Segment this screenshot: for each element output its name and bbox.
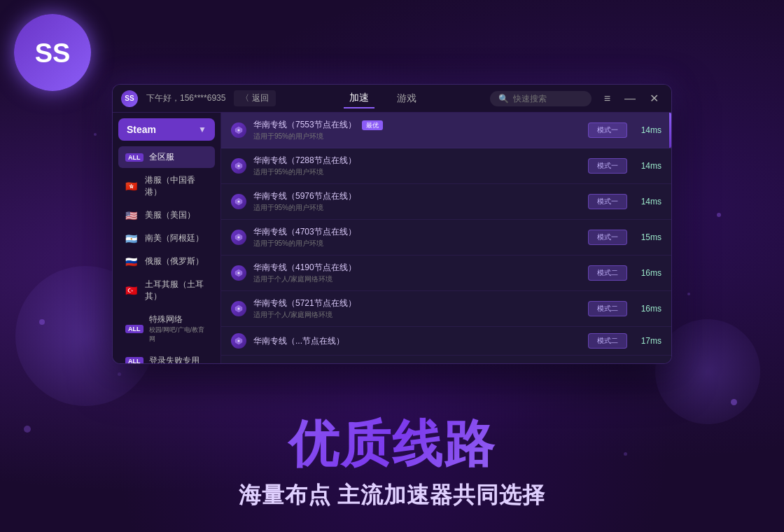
server-desc: 适用于95%的用户环境 [253,132,588,141]
sidebar-item-label-us: 美服（美国） [145,209,195,221]
server-desc: 适用于个人/家庭网络环境 [253,310,588,320]
server-item[interactable]: 华南专线（4190节点在线） 适用于个人/家庭网络环境 模式二 16ms [221,255,671,291]
nav-item-games[interactable]: 游戏 [391,90,422,108]
server-ping: 16ms [637,304,662,314]
server-mode-button[interactable]: 模式一 [588,194,627,209]
all-badge: ALL [125,153,144,162]
server-info: 华南专线（...节点在线） [253,335,588,347]
server-desc: 适用于95%的用户环境 [253,167,588,177]
server-svg-icon [234,126,243,134]
server-name: 华南专线（5976节点在线） [253,190,588,202]
server-svg-icon [234,304,243,313]
sidebar-item-ar[interactable]: 🇦🇷 南美（阿根廷） [118,227,215,249]
app-window: SS 下午好，156****6935 〈 返回 加速 游戏 🔍 ≡ — ✕ St… [112,84,672,364]
server-name: 华南专线（7288节点在线） [253,155,588,167]
server-info: 华南专线（5721节点在线） 适用于个人/家庭网络环境 [253,298,588,320]
server-svg-icon [234,233,243,241]
server-item[interactable]: 华南专线（7288节点在线） 适用于95%的用户环境 模式一 14ms [221,148,671,184]
sidebar-item-login[interactable]: ALL 登录失败专用 [118,350,215,364]
server-mode-button[interactable]: 模式二 [588,265,627,281]
sidebar-item-label-ru: 俄服（俄罗斯） [145,255,204,267]
svg-point-2 [238,165,240,167]
menu-icon[interactable]: ≡ [600,91,615,106]
sidebar-item-special[interactable]: ALL 特殊网络 校园/网吧/广电/教育网 [118,309,215,349]
server-mode-button[interactable]: 模式一 [588,122,627,138]
sidebar-item-tr[interactable]: 🇹🇷 土耳其服（土耳其） [118,274,215,307]
subheadline-text: 海量布点 主流加速器共同选择 [0,480,784,511]
greeting-text: 下午好，156****6935 [146,92,225,104]
bottom-section: 优质线路 海量布点 主流加速器共同选择 [0,416,784,511]
server-svg-icon [234,269,243,277]
server-icon [231,158,246,174]
sidebar: Steam ▼ ALL 全区服 🇭🇰 港服（中国香港） 🇺🇸 美服（美国） 🇦🇷 [113,113,221,363]
login-badge: ALL [125,357,144,365]
server-item[interactable]: 华南专线（7553节点在线）最优 适用于95%的用户环境 模式一 14ms [221,113,671,148]
sidebar-item-ru[interactable]: 🇷🇺 俄服（俄罗斯） [118,251,215,272]
server-name: 华南专线（4190节点在线） [253,262,588,274]
svg-point-3 [238,201,240,203]
sidebar-item-label-ar: 南美（阿根廷） [145,232,204,244]
logo-svg: SS [28,28,77,77]
sidebar-item-us[interactable]: 🇺🇸 美服（美国） [118,204,215,226]
main-content: 华南专线（7553节点在线）最优 适用于95%的用户环境 模式一 14ms 华南… [221,113,671,363]
server-list: 华南专线（7553节点在线）最优 适用于95%的用户环境 模式一 14ms 华南… [221,113,671,363]
server-name: 华南专线（5721节点在线） [253,298,588,309]
server-info: 华南专线（4703节点在线） 适用于95%的用户环境 [253,226,588,248]
flag-us: 🇺🇸 [125,211,139,220]
sidebar-item-label-special: 特殊网络 [149,314,209,326]
search-box[interactable]: 🔍 [490,91,592,106]
sidebar-item-label-hk: 港服（中国香港） [145,174,208,198]
server-mode-button[interactable]: 模式二 [588,301,627,316]
server-mode-button[interactable]: 模式一 [588,158,627,174]
svg-point-6 [238,308,240,310]
flag-ru: 🇷🇺 [125,257,139,267]
window-controls: ≡ — ✕ [600,90,663,106]
sidebar-item-label-login: 登录失败专用 [149,355,200,364]
server-item[interactable]: 华南专线（...节点在线） 模式二 17ms [221,327,671,356]
server-mode-button[interactable]: 模式一 [588,230,627,245]
headline-text: 优质线路 [0,416,784,472]
server-item[interactable]: 华南专线（4703节点在线） 适用于95%的用户环境 模式一 15ms [221,220,671,255]
optimal-badge: 最优 [362,120,383,130]
back-button[interactable]: 〈 返回 [234,90,275,106]
server-icon [231,194,246,209]
server-name: 华南专线（4703节点在线） [253,226,588,238]
sidebar-item-hk[interactable]: 🇭🇰 港服（中国香港） [118,169,215,203]
server-mode-button[interactable]: 模式二 [588,333,627,349]
app-content: Steam ▼ ALL 全区服 🇭🇰 港服（中国香港） 🇺🇸 美服（美国） 🇦🇷 [113,113,671,363]
titlebar-logo-text: SS [125,94,134,102]
server-desc: 适用于95%的用户环境 [253,239,588,248]
server-icon [231,265,246,281]
server-ping: 15ms [637,232,662,242]
server-ping: 17ms [637,336,662,346]
svg-point-4 [238,237,240,239]
server-item[interactable]: 华南专线（5976节点在线） 适用于95%的用户环境 模式一 14ms [221,184,671,220]
nav-item-accelerate[interactable]: 加速 [344,89,374,108]
sidebar-item-sublabel-special: 校园/网吧/广电/教育网 [149,326,209,344]
sidebar-item-all[interactable]: ALL 全区服 [118,146,215,168]
selected-indicator [669,113,671,148]
sidebar-item-label-tr: 土耳其服（土耳其） [145,279,208,302]
svg-point-1 [238,130,240,132]
server-ping: 14ms [637,125,662,135]
server-svg-icon [234,337,243,345]
special-badge: ALL [125,325,144,333]
sidebar-item-label-all: 全区服 [149,151,174,163]
server-ping: 14ms [637,197,662,206]
server-ping: 14ms [637,161,662,171]
server-icon [231,301,246,316]
game-selector[interactable]: Steam ▼ [118,118,215,141]
server-info: 华南专线（5976节点在线） 适用于95%的用户环境 [253,190,588,213]
server-icon [231,333,246,349]
server-item[interactable]: 华南专线（5721节点在线） 适用于个人/家庭网络环境 模式二 16ms [221,291,671,327]
server-name: 华南专线（...节点在线） [253,335,588,347]
chevron-down-icon: ▼ [198,125,206,134]
close-button[interactable]: ✕ [645,90,663,106]
titlebar-logo: SS [121,90,138,107]
server-svg-icon [234,197,243,206]
svg-point-5 [238,272,240,274]
server-name: 华南专线（7553节点在线）最优 [253,119,588,131]
server-info: 华南专线（7553节点在线）最优 适用于95%的用户环境 [253,119,588,141]
search-input[interactable] [513,94,583,104]
minimize-button[interactable]: — [620,91,640,106]
